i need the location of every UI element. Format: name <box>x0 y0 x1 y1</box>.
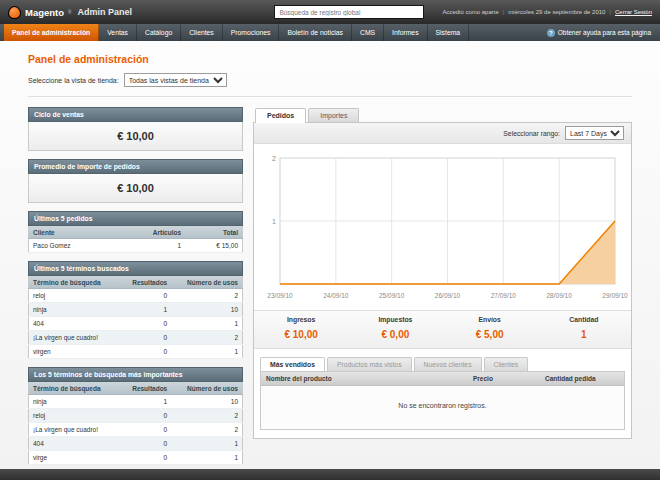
table-cell: 1 <box>116 239 185 253</box>
table-row[interactable]: ¡La virgen que cuadro!02 <box>29 331 243 345</box>
table-cell: 1 <box>171 345 242 359</box>
magento-logo-icon <box>8 6 21 19</box>
dashboard-columns: Ciclo de ventas€ 10,00Promedio de import… <box>28 107 632 465</box>
table-cell: 0 <box>120 317 172 331</box>
current-date-text: miércoles 29 de septiembre de 2010 <box>508 9 605 15</box>
nav-menu: Panel de administraciónVentasCatálogoCli… <box>4 24 469 41</box>
summary-box: Ciclo de ventas€ 10,00 <box>28 107 243 151</box>
table-row[interactable]: ninja110 <box>29 395 243 409</box>
table-row[interactable]: 40401 <box>29 437 243 451</box>
orders-chart-container: 23/09/1024/09/1025/09/1026/09/1027/09/10… <box>254 144 631 306</box>
page-title: Panel de administración <box>28 53 632 65</box>
dashboard-tab[interactable]: Importes <box>308 108 359 122</box>
magento-admin-page: Magento ® Admin Panel Accedió como apart… <box>0 0 660 480</box>
trademark-symbol: ® <box>68 10 71 15</box>
total-stat-value: € 5,00 <box>476 329 504 340</box>
nav-item[interactable]: Clientes <box>181 24 223 41</box>
table-cell: 0 <box>120 289 172 303</box>
table-header-row: ClienteArtículosTotal <box>29 226 243 239</box>
svg-text:2: 2 <box>272 155 276 162</box>
dashboard-tab[interactable]: Pedidos <box>255 108 306 123</box>
table-cell: 0 <box>120 345 172 359</box>
nav-item[interactable]: Informes <box>384 24 427 41</box>
total-stat-label: Cantidad <box>537 316 631 323</box>
data-table: Término de búsquedaResultadosNúmero de u… <box>28 382 243 465</box>
report-tab[interactable]: Productos más vistos <box>327 357 412 371</box>
total-stat-value: 1 <box>581 329 587 340</box>
table-cell: virgen <box>29 345 120 359</box>
nav-item[interactable]: Boletín de noticias <box>279 24 352 41</box>
table-cell: 0 <box>120 331 172 345</box>
table-cell: 2 <box>171 289 242 303</box>
column-header: Resultados <box>120 382 172 395</box>
table-cell: 0 <box>120 423 172 437</box>
chart-panel: Seleccionar rango: Last 7 Days 23/09/102… <box>253 122 632 439</box>
table-cell: reloj <box>29 409 120 423</box>
store-view-switcher: Seleccione la vista de tienda: Todas las… <box>28 73 632 97</box>
column-header: Término de búsqueda <box>29 276 120 289</box>
table-row[interactable]: Paco Gomez1€ 15,00 <box>29 239 243 253</box>
table-row[interactable]: virge01 <box>29 451 243 465</box>
dashboard-right-column: PedidosImportes Seleccionar rango: Last … <box>253 107 632 465</box>
data-table: Término de búsquedaResultadosNúmero de u… <box>28 276 243 359</box>
range-label: Seleccionar rango: <box>503 130 560 137</box>
summary-box: Promedio de importe de pedidos€ 10,00 <box>28 159 243 203</box>
grid-column-header[interactable]: Nombre del producto <box>261 372 468 385</box>
summary-amount: € 10,00 <box>28 174 243 203</box>
dashboard-table-box: Últimos 5 términos buscadosTérmino de bú… <box>28 261 243 359</box>
total-stat: Envíos€ 5,00 <box>443 311 537 348</box>
global-search-input[interactable] <box>274 5 424 19</box>
grid-header-row: Nombre del productoPrecioCantidad pedida <box>261 372 624 386</box>
nav-item[interactable]: Catálogo <box>137 24 181 41</box>
table-row[interactable]: ninja110 <box>29 303 243 317</box>
svg-text:23/09/10: 23/09/10 <box>267 292 293 299</box>
box-title: Los 5 términos de búsqueda más important… <box>28 367 243 382</box>
grid-column-header[interactable]: Cantidad pedida <box>540 372 624 385</box>
table-row[interactable]: reloj02 <box>29 289 243 303</box>
table-header-row: Término de búsquedaResultadosNúmero de u… <box>29 382 243 395</box>
main-content: Panel de administración Seleccione la vi… <box>0 41 660 469</box>
help-icon: ? <box>547 29 555 37</box>
table-row[interactable]: reloj02 <box>29 409 243 423</box>
table-cell: 10 <box>171 395 242 409</box>
table-row[interactable]: ¡La virgen que cuadro!02 <box>29 423 243 437</box>
table-header-row: Término de búsquedaResultadosNúmero de u… <box>29 276 243 289</box>
chart-tabs: PedidosImportes <box>253 107 632 122</box>
nav-item[interactable]: CMS <box>352 24 384 41</box>
magento-logo: Magento ® Admin Panel <box>8 6 132 19</box>
summary-amount: € 10,00 <box>28 122 243 151</box>
main-navigation: Panel de administraciónVentasCatálogoCli… <box>0 24 660 41</box>
products-grid: Nombre del productoPrecioCantidad pedida… <box>260 371 625 430</box>
box-title: Promedio de importe de pedidos <box>28 159 243 174</box>
grid-column-header[interactable]: Precio <box>468 372 540 385</box>
orders-area-chart: 23/09/1024/09/1025/09/1026/09/1027/09/10… <box>264 152 621 302</box>
header-user-info: Accedió como aparte | miércoles 29 de se… <box>442 9 652 15</box>
top-header-bar: Magento ® Admin Panel Accedió como apart… <box>0 0 660 24</box>
nav-item[interactable]: Panel de administración <box>4 24 99 41</box>
range-select[interactable]: Last 7 Days <box>565 126 624 140</box>
separator: | <box>609 9 611 15</box>
table-cell: 0 <box>120 409 172 423</box>
nav-item[interactable]: Promociones <box>223 24 280 41</box>
report-tab[interactable]: Más vendidos <box>260 357 325 371</box>
page-help-link[interactable]: ? Obtener ayuda para esta página <box>547 24 660 41</box>
table-cell: ¡La virgen que cuadro! <box>29 331 120 345</box>
logo-suffix: Admin Panel <box>77 7 132 17</box>
table-row[interactable]: 40401 <box>29 317 243 331</box>
table-cell: 404 <box>29 317 120 331</box>
table-row[interactable]: virgen01 <box>29 345 243 359</box>
nav-item[interactable]: Sistema <box>428 24 470 41</box>
report-tab[interactable]: Clientes <box>484 357 529 371</box>
svg-text:29/09/10: 29/09/10 <box>602 292 628 299</box>
table-cell: € 15,00 <box>185 239 242 253</box>
column-header: Resultados <box>120 276 172 289</box>
range-selector-bar: Seleccionar rango: Last 7 Days <box>254 123 631 144</box>
store-view-select[interactable]: Todas las vistas de tienda <box>124 73 227 87</box>
box-title: Últimos 5 términos buscados <box>28 261 243 276</box>
report-tab[interactable]: Nuevos clientes <box>414 357 482 371</box>
logout-link[interactable]: Cerrar Sesión <box>615 9 652 15</box>
column-header: Artículos <box>116 226 185 239</box>
nav-item[interactable]: Ventas <box>99 24 137 41</box>
svg-text:26/09/10: 26/09/10 <box>435 292 461 299</box>
table-cell: 2 <box>171 331 242 345</box>
